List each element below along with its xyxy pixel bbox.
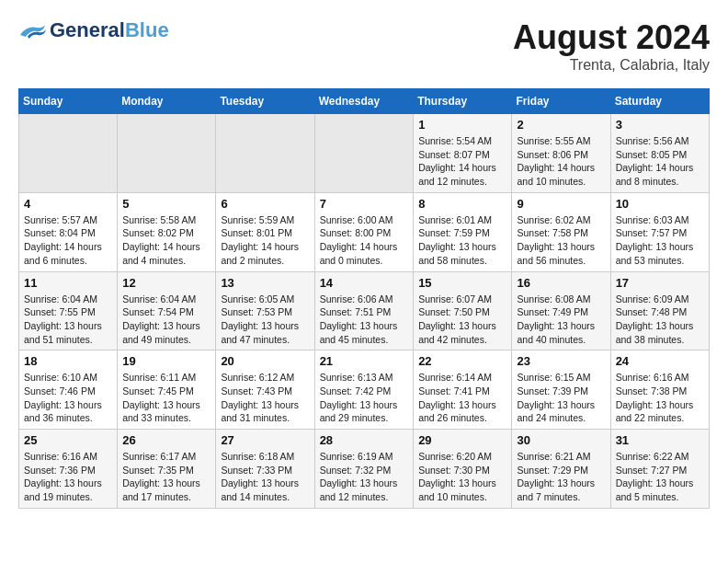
day-number: 22	[418, 354, 506, 368]
day-info: Sunrise: 5:59 AM Sunset: 8:01 PM Dayligh…	[221, 213, 309, 268]
table-row: 25Sunrise: 6:16 AM Sunset: 7:36 PM Dayli…	[19, 430, 118, 509]
day-info: Sunrise: 5:54 AM Sunset: 8:07 PM Dayligh…	[418, 134, 506, 189]
day-number: 28	[320, 433, 409, 447]
day-number: 25	[24, 433, 112, 447]
header-tuesday: Tuesday	[216, 89, 314, 114]
day-info: Sunrise: 6:04 AM Sunset: 7:54 PM Dayligh…	[122, 293, 210, 347]
day-number: 3	[616, 118, 704, 132]
day-info: Sunrise: 6:02 AM Sunset: 7:58 PM Dayligh…	[517, 213, 605, 268]
day-info: Sunrise: 6:09 AM Sunset: 7:48 PM Dayligh…	[616, 293, 704, 347]
page-header: GeneralBlue August 2024 Trenta, Calabria…	[18, 18, 710, 74]
header-wednesday: Wednesday	[314, 89, 414, 114]
table-row: 24Sunrise: 6:16 AM Sunset: 7:38 PM Dayli…	[610, 350, 709, 430]
day-number: 18	[24, 354, 112, 368]
day-info: Sunrise: 6:11 AM Sunset: 7:45 PM Dayligh…	[122, 371, 210, 425]
table-row	[118, 114, 216, 193]
day-info: Sunrise: 6:08 AM Sunset: 7:49 PM Dayligh…	[517, 293, 605, 347]
day-number: 24	[616, 354, 704, 368]
day-number: 27	[221, 433, 309, 447]
day-number: 12	[122, 276, 210, 290]
day-number: 23	[517, 354, 605, 368]
table-row: 12Sunrise: 6:04 AM Sunset: 7:54 PM Dayli…	[118, 271, 216, 350]
table-row: 3Sunrise: 5:56 AM Sunset: 8:05 PM Daylig…	[610, 114, 709, 193]
day-info: Sunrise: 6:18 AM Sunset: 7:33 PM Dayligh…	[221, 450, 309, 504]
day-number: 2	[517, 118, 605, 132]
day-info: Sunrise: 6:13 AM Sunset: 7:42 PM Dayligh…	[320, 371, 409, 425]
day-info: Sunrise: 6:01 AM Sunset: 7:59 PM Dayligh…	[418, 213, 506, 268]
table-row: 13Sunrise: 6:05 AM Sunset: 7:53 PM Dayli…	[216, 271, 314, 350]
header-thursday: Thursday	[414, 89, 512, 114]
calendar-week-4: 18Sunrise: 6:10 AM Sunset: 7:46 PM Dayli…	[19, 350, 710, 430]
day-number: 5	[122, 197, 210, 211]
day-info: Sunrise: 6:00 AM Sunset: 8:00 PM Dayligh…	[320, 213, 409, 268]
calendar-table: Sunday Monday Tuesday Wednesday Thursday…	[18, 88, 710, 509]
day-number: 30	[517, 433, 605, 447]
day-number: 4	[24, 197, 112, 211]
day-number: 16	[517, 276, 605, 290]
day-number: 20	[221, 354, 309, 368]
table-row: 28Sunrise: 6:19 AM Sunset: 7:32 PM Dayli…	[314, 430, 414, 509]
day-number: 26	[122, 433, 210, 447]
day-info: Sunrise: 5:58 AM Sunset: 8:02 PM Dayligh…	[122, 213, 210, 268]
day-info: Sunrise: 6:04 AM Sunset: 7:55 PM Dayligh…	[24, 293, 112, 347]
day-info: Sunrise: 6:10 AM Sunset: 7:46 PM Dayligh…	[24, 371, 112, 425]
logo-text: GeneralBlue	[50, 18, 169, 42]
header-monday: Monday	[118, 89, 216, 114]
table-row: 23Sunrise: 6:15 AM Sunset: 7:39 PM Dayli…	[512, 350, 610, 430]
day-info: Sunrise: 5:56 AM Sunset: 8:05 PM Dayligh…	[616, 134, 704, 189]
logo-bird-icon	[18, 22, 46, 39]
calendar-week-3: 11Sunrise: 6:04 AM Sunset: 7:55 PM Dayli…	[19, 271, 710, 350]
day-number: 9	[517, 197, 605, 211]
calendar-week-2: 4Sunrise: 5:57 AM Sunset: 8:04 PM Daylig…	[19, 192, 710, 271]
day-info: Sunrise: 6:21 AM Sunset: 7:29 PM Dayligh…	[517, 450, 605, 504]
table-row: 16Sunrise: 6:08 AM Sunset: 7:49 PM Dayli…	[512, 271, 610, 350]
table-row: 6Sunrise: 5:59 AM Sunset: 8:01 PM Daylig…	[216, 192, 314, 271]
day-number: 10	[616, 197, 704, 211]
day-info: Sunrise: 5:55 AM Sunset: 8:06 PM Dayligh…	[517, 134, 605, 189]
table-row: 30Sunrise: 6:21 AM Sunset: 7:29 PM Dayli…	[512, 430, 610, 509]
table-row	[216, 114, 314, 193]
day-number: 11	[24, 276, 112, 290]
day-number: 31	[616, 433, 704, 447]
day-info: Sunrise: 6:22 AM Sunset: 7:27 PM Dayligh…	[616, 450, 704, 504]
header-sunday: Sunday	[19, 89, 118, 114]
day-info: Sunrise: 6:06 AM Sunset: 7:51 PM Dayligh…	[320, 293, 409, 347]
day-info: Sunrise: 6:16 AM Sunset: 7:36 PM Dayligh…	[24, 450, 112, 504]
day-info: Sunrise: 6:20 AM Sunset: 7:30 PM Dayligh…	[418, 450, 506, 504]
table-row: 5Sunrise: 5:58 AM Sunset: 8:02 PM Daylig…	[118, 192, 216, 271]
day-number: 7	[320, 197, 409, 211]
day-number: 17	[616, 276, 704, 290]
day-info: Sunrise: 6:12 AM Sunset: 7:43 PM Dayligh…	[221, 371, 309, 425]
logo: GeneralBlue	[18, 18, 169, 42]
day-number: 15	[418, 276, 506, 290]
header-saturday: Saturday	[610, 89, 709, 114]
table-row: 21Sunrise: 6:13 AM Sunset: 7:42 PM Dayli…	[314, 350, 414, 430]
day-number: 6	[221, 197, 309, 211]
calendar-header: Sunday Monday Tuesday Wednesday Thursday…	[19, 89, 710, 114]
title-block: August 2024 Trenta, Calabria, Italy	[513, 18, 710, 74]
table-row: 19Sunrise: 6:11 AM Sunset: 7:45 PM Dayli…	[118, 350, 216, 430]
day-info: Sunrise: 6:03 AM Sunset: 7:57 PM Dayligh…	[616, 213, 704, 268]
day-info: Sunrise: 6:14 AM Sunset: 7:41 PM Dayligh…	[418, 371, 506, 425]
day-number: 21	[320, 354, 409, 368]
table-row	[314, 114, 414, 193]
table-row: 31Sunrise: 6:22 AM Sunset: 7:27 PM Dayli…	[610, 430, 709, 509]
table-row: 27Sunrise: 6:18 AM Sunset: 7:33 PM Dayli…	[216, 430, 314, 509]
table-row: 1Sunrise: 5:54 AM Sunset: 8:07 PM Daylig…	[414, 114, 512, 193]
table-row: 8Sunrise: 6:01 AM Sunset: 7:59 PM Daylig…	[414, 192, 512, 271]
table-row: 14Sunrise: 6:06 AM Sunset: 7:51 PM Dayli…	[314, 271, 414, 350]
day-info: Sunrise: 6:16 AM Sunset: 7:38 PM Dayligh…	[616, 371, 704, 425]
day-number: 19	[122, 354, 210, 368]
day-number: 29	[418, 433, 506, 447]
table-row	[19, 114, 118, 193]
day-number: 8	[418, 197, 506, 211]
day-number: 13	[221, 276, 309, 290]
calendar-body: 1Sunrise: 5:54 AM Sunset: 8:07 PM Daylig…	[19, 114, 710, 509]
table-row: 10Sunrise: 6:03 AM Sunset: 7:57 PM Dayli…	[610, 192, 709, 271]
weekday-header-row: Sunday Monday Tuesday Wednesday Thursday…	[19, 89, 710, 114]
day-number: 14	[320, 276, 409, 290]
table-row: 22Sunrise: 6:14 AM Sunset: 7:41 PM Dayli…	[414, 350, 512, 430]
table-row: 17Sunrise: 6:09 AM Sunset: 7:48 PM Dayli…	[610, 271, 709, 350]
table-row: 7Sunrise: 6:00 AM Sunset: 8:00 PM Daylig…	[314, 192, 414, 271]
table-row: 20Sunrise: 6:12 AM Sunset: 7:43 PM Dayli…	[216, 350, 314, 430]
